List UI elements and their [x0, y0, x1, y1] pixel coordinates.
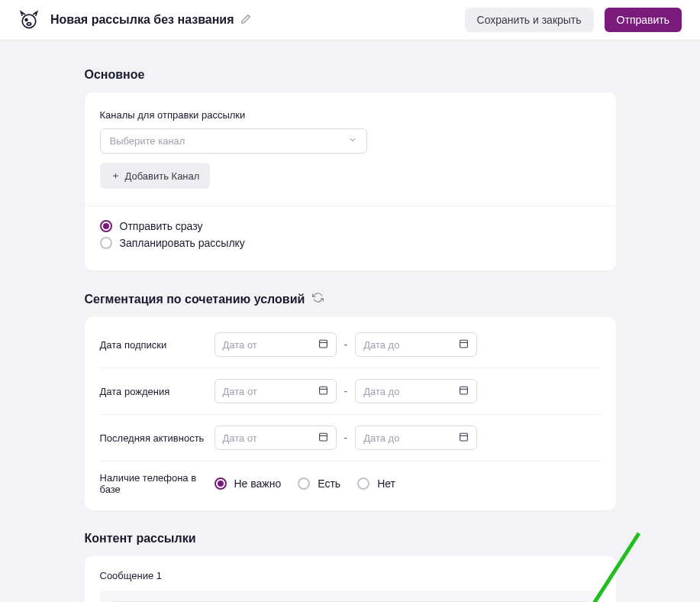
chevron-down-icon: [348, 135, 357, 147]
radio-icon: [100, 237, 112, 249]
label-activity-date: Последняя активность: [100, 432, 215, 444]
channels-label: Каналы для отправки рассылки: [100, 109, 601, 121]
calendar-icon: [459, 338, 469, 351]
calendar-icon: [459, 432, 469, 444]
date-from-birth[interactable]: Дата от: [215, 379, 337, 403]
radio-schedule-label: Запланировать рассылку: [120, 237, 245, 249]
row-subscription-date: Дата подписки Дата от - Дата до: [100, 322, 601, 368]
radio-phone-yes-label: Есть: [318, 477, 340, 490]
svg-rect-5: [460, 340, 468, 348]
svg-rect-9: [460, 387, 468, 394]
svg-rect-13: [460, 433, 468, 441]
svg-rect-7: [319, 387, 327, 394]
row-activity-date: Последняя активность Дата от - Дата до: [100, 415, 601, 461]
segmentation-title-text: Сегментация по сочетанию условий: [85, 293, 305, 306]
card-content: Сообщение 1 B I U { }: [85, 556, 616, 602]
plus-icon: ＋: [111, 169, 121, 183]
date-from-subscription[interactable]: Дата от: [215, 332, 337, 357]
radio-phone-any[interactable]: Не важно: [215, 477, 282, 490]
svg-point-1: [25, 19, 27, 21]
calendar-icon: [318, 385, 328, 397]
section-main-title: Основное: [85, 68, 616, 82]
radio-phone-no-label: Нет: [377, 477, 395, 490]
channel-select-placeholder: Выберите канал: [110, 135, 185, 147]
date-from-activity[interactable]: Дата от: [215, 426, 337, 450]
add-channel-label: Добавить Канал: [125, 170, 200, 182]
radio-phone-yes[interactable]: Есть: [298, 477, 340, 490]
row-phone-presence: Наличие телефона в базе Не важно Есть Не…: [100, 461, 601, 506]
channel-select[interactable]: Выберите канал: [100, 128, 367, 154]
refresh-icon[interactable]: [312, 292, 324, 306]
radio-send-now-label: Отправить сразу: [120, 220, 203, 232]
svg-point-2: [27, 23, 31, 26]
radio-icon: [298, 477, 310, 490]
radio-phone-any-label: Не важно: [234, 477, 282, 490]
section-content-title: Контент рассылки: [85, 532, 616, 545]
label-phone-presence: Наличие телефона в базе: [100, 472, 215, 495]
page-title: Новая рассылка без названия: [50, 13, 234, 27]
dash: -: [344, 385, 348, 397]
app-header: Новая рассылка без названия Сохранить и …: [0, 0, 700, 40]
card-segmentation: Дата подписки Дата от - Дата до Дата рож…: [85, 317, 616, 510]
calendar-icon: [318, 432, 328, 444]
date-to-subscription[interactable]: Дата до: [355, 332, 477, 357]
section-segmentation-title: Сегментация по сочетанию условий: [85, 292, 616, 306]
radio-icon: [215, 477, 227, 490]
app-logo: [18, 9, 40, 31]
calendar-icon: [459, 385, 469, 397]
phone-radio-group: Не важно Есть Нет: [215, 477, 395, 490]
divider: [85, 206, 616, 206]
page-container: Основное Каналы для отправки рассылки Вы…: [76, 40, 625, 602]
calendar-icon: [318, 338, 328, 351]
date-to-activity[interactable]: Дата до: [355, 426, 477, 450]
label-subscription-date: Дата подписки: [100, 339, 215, 351]
title-wrap: Новая рассылка без названия: [50, 13, 454, 27]
label-birth-date: Дата рождения: [100, 386, 215, 397]
radio-schedule[interactable]: Запланировать рассылку: [100, 237, 601, 249]
radio-icon: [100, 220, 112, 232]
svg-rect-3: [319, 340, 327, 348]
radio-send-now[interactable]: Отправить сразу: [100, 220, 601, 232]
radio-icon: [357, 477, 369, 490]
editor-wrap: B I U { }: [100, 591, 601, 602]
add-channel-button[interactable]: ＋ Добавить Канал: [100, 163, 211, 189]
date-to-birth[interactable]: Дата до: [355, 379, 477, 403]
edit-title-icon[interactable]: [240, 14, 251, 27]
svg-rect-11: [319, 433, 327, 441]
card-main: Каналы для отправки рассылки Выберите ка…: [85, 92, 616, 270]
radio-phone-no[interactable]: Нет: [357, 477, 395, 490]
dash: -: [344, 338, 348, 351]
send-button[interactable]: Отправить: [605, 8, 682, 32]
dash: -: [344, 432, 348, 444]
message-label: Сообщение 1: [100, 570, 601, 581]
save-close-button[interactable]: Сохранить и закрыть: [465, 8, 594, 32]
row-birth-date: Дата рождения Дата от - Дата до: [100, 368, 601, 415]
